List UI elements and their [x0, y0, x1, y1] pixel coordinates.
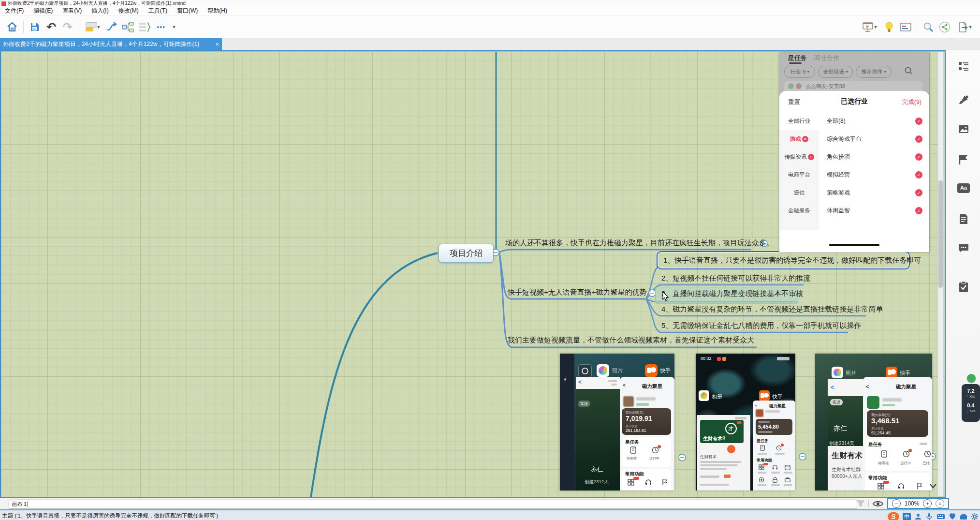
chip-filter-all: 全部筛选▾ — [818, 66, 853, 78]
category-all: 全部行业 — [779, 112, 819, 130]
theme-button[interactable]: ▾ — [82, 19, 103, 35]
back-icon: < — [755, 403, 758, 408]
topic-advantage-5[interactable]: 5、无需缴纳保证金乱七八糟的费用，仅靠一部手机就可以操作 — [661, 321, 861, 330]
ime-toolbox-icon[interactable] — [960, 513, 967, 520]
chip-sort: 推荐排序▾ — [856, 66, 892, 78]
topic-intro[interactable]: 场的人还不算很多，快手也在力推磁力聚星，目前还在疯狂生长期，项目玩法众多。 — [505, 238, 774, 248]
phone-b-clock: 00:32 — [701, 356, 712, 361]
menu-tools[interactable]: 工具(T) — [144, 6, 172, 15]
phone-screenshot-a[interactable]: ⚡ 照片 快手 < 实况 亦仁 创建2312天 — [560, 354, 674, 490]
ime-mic-icon[interactable] — [925, 513, 933, 520]
check-icon: ✓ — [915, 118, 922, 125]
mindmap-canvas[interactable]: 项目介绍 场的人还不算很多，快手也在力推磁力聚星，目前还在疯狂生长期，项目玩法众… — [0, 50, 946, 498]
kuaishou-app-label: 快手 — [900, 370, 910, 377]
photos-app-label: 照片 — [846, 370, 856, 377]
outline-panel-button[interactable] — [957, 60, 970, 73]
task2-label: 进行中 — [900, 461, 911, 466]
structure-button[interactable] — [120, 19, 136, 35]
menu-view[interactable]: 查看(V) — [58, 6, 87, 15]
style-panel-button[interactable] — [957, 94, 970, 106]
scrollbar-thumb[interactable] — [938, 180, 943, 288]
phone-a-left-days: 创建2312天 — [585, 479, 609, 485]
record-icon — [759, 477, 764, 483]
tag-badge — [737, 421, 742, 424]
canvas-name-input[interactable]: 画布 1 — [9, 500, 857, 508]
redo-button[interactable]: ↷ — [59, 19, 76, 35]
home-indicator — [829, 244, 879, 246]
zoom-in-button[interactable]: + — [923, 499, 932, 508]
net-down-unit: K/s — [969, 409, 975, 413]
topic-advantage-1-selected[interactable]: 1、快手语音直播，只要不是很厉害的诱导完全不违规，做好匹配的下载任务即可 — [657, 251, 910, 269]
ime-user-icon[interactable] — [914, 513, 922, 520]
home-button[interactable] — [4, 19, 20, 35]
common-title: 常用功能 — [868, 475, 887, 481]
marker-panel-button[interactable] — [957, 153, 970, 166]
search-icon — [922, 21, 934, 33]
save-button[interactable] — [27, 19, 43, 35]
menu-file[interactable]: 文件(F) — [0, 6, 29, 15]
grid-icon — [628, 479, 634, 486]
zoom-out-button[interactable]: − — [892, 499, 901, 508]
phone-screenshot-b[interactable]: 00:32 相册 : 快手 才 生财有术!! — [696, 354, 795, 490]
eye-icon[interactable] — [873, 500, 883, 507]
ime-skin-icon[interactable] — [949, 513, 956, 520]
topic-advantages[interactable]: 快手短视频+无人语音直播+磁力聚星的优势 — [508, 288, 647, 297]
category-badge: 8 — [802, 136, 808, 142]
undo-button[interactable]: ↶ — [43, 19, 59, 35]
menu-modify[interactable]: 修改(M) — [114, 6, 144, 15]
tasks-panel-button[interactable] — [957, 281, 970, 293]
root-topic[interactable]: 项目介绍 — [439, 244, 494, 263]
phone-c-panel-title: 磁力聚星 — [896, 384, 916, 390]
menu-help[interactable]: 帮助(H) — [203, 6, 232, 15]
caret-icon: ▾ — [846, 70, 848, 74]
app-window: 外面收费2千的磁力聚星项目，24小时无人直播，4个月122w，可矩阵操作(1).… — [0, 0, 980, 520]
kuaishou-app-label: 快手 — [660, 367, 671, 374]
status-text: 主题 ('1、快手语音直播，只要不是很厉害的诱导完全不违规，做好匹配的下载任务即… — [2, 512, 218, 520]
idea-button[interactable] — [881, 19, 897, 35]
caret-icon: ▾ — [807, 70, 809, 74]
down-arrow-icon: ↓ — [966, 409, 968, 413]
notes-panel-button[interactable] — [957, 213, 970, 225]
menu-edit[interactable]: 编辑(E) — [29, 6, 58, 15]
font-panel-button[interactable]: Aa — [957, 182, 970, 194]
document-tab[interactable]: 外面收费2千的磁力聚星项目，24小时无人直播，4个月122w，可矩阵操作(1) … — [0, 38, 222, 50]
export-button[interactable]: ▾ — [953, 19, 976, 35]
briefcase-icon — [785, 477, 790, 483]
menu-window[interactable]: 窗口(W) — [172, 6, 203, 15]
topic-advantage-4[interactable]: 4、磁力聚星没有复杂的环节，不管视频还是直播挂载链接是非常简单 — [661, 305, 883, 314]
phone-c-tasks-card: 星任务 待审核 进行中 已结 — [865, 439, 930, 471]
more-button[interactable]: ••• — [153, 19, 169, 35]
slideshow-button[interactable] — [897, 19, 914, 35]
more-caret-button[interactable]: ▾ — [169, 19, 179, 35]
option-general-games: 综合游戏平台✓ — [819, 130, 929, 148]
comments-panel-button[interactable] — [957, 242, 970, 254]
ime-keyboard-icon[interactable] — [936, 513, 945, 520]
topic-advantage-3[interactable]: 3、直播间挂载磁力聚星变现链接基本不审核 — [661, 289, 803, 298]
presentation-button[interactable]: ▾ — [858, 19, 881, 35]
image-panel-button[interactable] — [957, 123, 970, 135]
relationship-button[interactable] — [103, 19, 120, 35]
canvas-vertical-scrollbar[interactable] — [938, 52, 943, 496]
topic-traffic-note[interactable]: 我们主要做短视频流量，不管做什么领域视频素材，首先保证这个素材受众大 — [508, 336, 754, 345]
sogou-icon[interactable]: S — [888, 512, 899, 520]
phone-screenshot-c[interactable]: 照片 快手 < 实况 亦仁 创建2314天 生财有术 生财有术社群 50000+… — [815, 354, 932, 490]
headset-icon — [645, 479, 652, 486]
fit-menu-button[interactable]: ≡ — [936, 499, 944, 508]
topic-advantage-2[interactable]: 2、短视频不挂任何链接可以获得非常大的推流 — [661, 274, 810, 283]
ime-settings-icon[interactable] — [971, 513, 979, 520]
filter-funnel-icon[interactable] — [857, 500, 864, 507]
caret-icon: ▾ — [173, 24, 175, 30]
net-speed-overlay[interactable]: 7.2 ↑ K/s 0.4 ↓ K/s — [962, 384, 980, 422]
industry-filter-screenshot[interactable]: 星任务 商业合作 行业·9▾ 全部筛选▾ 推荐排序▾ 么么商友·安芙88 重置 … — [779, 53, 929, 252]
net-overlay-dot[interactable] — [967, 374, 976, 383]
menu-insert[interactable]: 插入(I) — [87, 6, 113, 15]
close-tab-icon[interactable]: × — [215, 41, 219, 48]
outline-button[interactable] — [136, 19, 153, 35]
search-button[interactable] — [920, 19, 936, 35]
ime-chinese-icon[interactable]: 中 — [903, 513, 911, 520]
share-button[interactable] — [936, 19, 953, 35]
mouse-cursor — [662, 291, 670, 302]
caret-icon: ▾ — [969, 24, 971, 30]
grid-icon — [878, 483, 884, 490]
chevron-down-icon[interactable] — [929, 483, 937, 489]
